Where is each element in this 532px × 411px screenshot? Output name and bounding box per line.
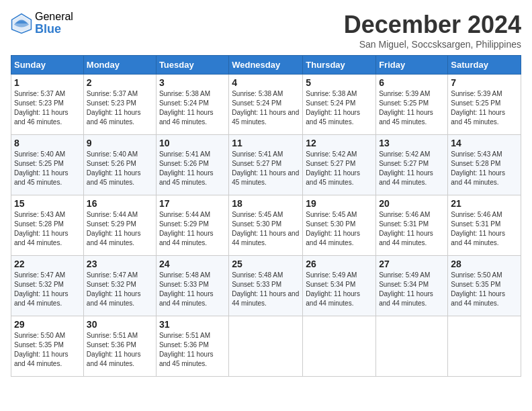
day-detail: Sunrise: 5:42 AMSunset: 5:27 PMDaylight:… [306,150,360,186]
calendar-cell: 19 Sunrise: 5:45 AMSunset: 5:30 PMDaylig… [303,195,376,256]
calendar-cell: 18 Sunrise: 5:45 AMSunset: 5:30 PMDaylig… [229,195,303,256]
calendar-cell: 14 Sunrise: 5:43 AMSunset: 5:28 PMDaylig… [448,135,521,195]
header-row: Sunday Monday Tuesday Wednesday Thursday… [11,56,521,75]
header-sunday: Sunday [11,56,84,75]
day-number: 20 [379,198,445,209]
day-detail: Sunrise: 5:41 AMSunset: 5:27 PMDaylight:… [232,150,299,186]
header-thursday: Thursday [303,56,376,75]
calendar-cell: 20 Sunrise: 5:46 AMSunset: 5:31 PMDaylig… [376,195,448,256]
month-title: December 2024 [344,11,521,39]
header-saturday: Saturday [448,56,521,75]
day-detail: Sunrise: 5:48 AMSunset: 5:33 PMDaylight:… [159,271,214,307]
day-detail: Sunrise: 5:39 AMSunset: 5:25 PMDaylight:… [451,90,505,126]
day-number: 1 [14,77,81,88]
day-number: 9 [87,138,153,148]
day-detail: Sunrise: 5:39 AMSunset: 5:25 PMDaylight:… [379,90,433,126]
day-detail: Sunrise: 5:37 AMSunset: 5:23 PMDaylight:… [14,90,69,126]
day-detail: Sunrise: 5:48 AMSunset: 5:33 PMDaylight:… [232,271,299,307]
day-number: 19 [306,198,373,209]
header-wednesday: Wednesday [229,56,303,75]
day-detail: Sunrise: 5:43 AMSunset: 5:28 PMDaylight:… [14,211,69,246]
calendar-week-row: 22 Sunrise: 5:47 AMSunset: 5:32 PMDaylig… [11,256,521,316]
calendar-cell: 21 Sunrise: 5:46 AMSunset: 5:31 PMDaylig… [448,195,521,256]
day-number: 16 [87,198,153,209]
calendar-cell: 9 Sunrise: 5:40 AMSunset: 5:26 PMDayligh… [83,135,156,195]
calendar-week-row: 15 Sunrise: 5:43 AMSunset: 5:28 PMDaylig… [11,195,521,256]
day-number: 27 [379,259,445,269]
calendar-cell: 8 Sunrise: 5:40 AMSunset: 5:25 PMDayligh… [11,135,84,195]
calendar-cell: 22 Sunrise: 5:47 AMSunset: 5:32 PMDaylig… [11,256,84,316]
logo-icon [11,13,32,34]
day-detail: Sunrise: 5:44 AMSunset: 5:29 PMDaylight:… [159,211,214,246]
day-number: 25 [232,259,300,269]
day-detail: Sunrise: 5:38 AMSunset: 5:24 PMDaylight:… [232,90,299,126]
page-header: General Blue December 2024 San Miguel, S… [11,11,521,50]
calendar-table: Sunday Monday Tuesday Wednesday Thursday… [11,55,521,377]
day-detail: Sunrise: 5:40 AMSunset: 5:25 PMDaylight:… [14,150,69,186]
day-number: 17 [159,198,226,209]
calendar-week-row: 8 Sunrise: 5:40 AMSunset: 5:25 PMDayligh… [11,135,521,195]
day-detail: Sunrise: 5:45 AMSunset: 5:30 PMDaylight:… [232,211,299,246]
day-detail: Sunrise: 5:50 AMSunset: 5:35 PMDaylight:… [14,332,69,367]
calendar-cell: 29 Sunrise: 5:50 AMSunset: 5:35 PMDaylig… [11,316,84,377]
calendar-cell: 1 Sunrise: 5:37 AMSunset: 5:23 PMDayligh… [11,75,84,135]
calendar-cell: 16 Sunrise: 5:44 AMSunset: 5:29 PMDaylig… [83,195,156,256]
day-detail: Sunrise: 5:46 AMSunset: 5:31 PMDaylight:… [451,211,505,246]
calendar-cell: 4 Sunrise: 5:38 AMSunset: 5:24 PMDayligh… [229,75,303,135]
day-number: 26 [306,259,373,269]
header-friday: Friday [376,56,448,75]
day-number: 24 [159,259,226,269]
day-number: 12 [306,138,373,148]
day-detail: Sunrise: 5:38 AMSunset: 5:24 PMDaylight:… [306,90,360,126]
day-number: 23 [87,259,153,269]
day-number: 13 [379,138,445,148]
day-detail: Sunrise: 5:49 AMSunset: 5:34 PMDaylight:… [306,271,360,307]
day-detail: Sunrise: 5:41 AMSunset: 5:26 PMDaylight:… [159,150,214,186]
day-number: 11 [232,138,300,148]
day-detail: Sunrise: 5:38 AMSunset: 5:24 PMDaylight:… [159,90,214,126]
calendar-week-row: 1 Sunrise: 5:37 AMSunset: 5:23 PMDayligh… [11,75,521,135]
calendar-cell: 15 Sunrise: 5:43 AMSunset: 5:28 PMDaylig… [11,195,84,256]
calendar-cell: 10 Sunrise: 5:41 AMSunset: 5:26 PMDaylig… [156,135,228,195]
day-detail: Sunrise: 5:40 AMSunset: 5:26 PMDaylight:… [87,150,141,186]
day-number: 3 [159,77,226,88]
calendar-cell [376,316,448,377]
day-number: 5 [306,77,373,88]
day-number: 22 [14,259,81,269]
calendar-cell: 2 Sunrise: 5:37 AMSunset: 5:23 PMDayligh… [83,75,156,135]
calendar-cell: 26 Sunrise: 5:49 AMSunset: 5:34 PMDaylig… [303,256,376,316]
calendar-header: Sunday Monday Tuesday Wednesday Thursday… [11,56,521,75]
day-number: 29 [14,319,81,330]
day-number: 21 [451,198,518,209]
logo-text: General Blue [35,11,73,36]
day-number: 28 [451,259,518,269]
day-detail: Sunrise: 5:47 AMSunset: 5:32 PMDaylight:… [87,271,141,307]
day-detail: Sunrise: 5:45 AMSunset: 5:30 PMDaylight:… [306,211,360,246]
location: San Miguel, Soccsksargen, Philippines [344,39,521,50]
calendar-cell: 30 Sunrise: 5:51 AMSunset: 5:36 PMDaylig… [83,316,156,377]
calendar-cell: 27 Sunrise: 5:49 AMSunset: 5:34 PMDaylig… [376,256,448,316]
calendar-cell [303,316,376,377]
day-detail: Sunrise: 5:43 AMSunset: 5:28 PMDaylight:… [451,150,505,186]
calendar-cell [229,316,303,377]
day-number: 7 [451,77,518,88]
day-detail: Sunrise: 5:49 AMSunset: 5:34 PMDaylight:… [379,271,433,307]
calendar-cell [448,316,521,377]
day-number: 15 [14,198,81,209]
logo: General Blue [11,11,73,36]
calendar-cell: 24 Sunrise: 5:48 AMSunset: 5:33 PMDaylig… [156,256,228,316]
calendar-cell: 6 Sunrise: 5:39 AMSunset: 5:25 PMDayligh… [376,75,448,135]
day-detail: Sunrise: 5:47 AMSunset: 5:32 PMDaylight:… [14,271,69,307]
calendar-cell: 25 Sunrise: 5:48 AMSunset: 5:33 PMDaylig… [229,256,303,316]
day-number: 10 [159,138,226,148]
calendar-cell: 28 Sunrise: 5:50 AMSunset: 5:35 PMDaylig… [448,256,521,316]
logo-blue: Blue [35,23,73,36]
day-number: 30 [87,319,153,330]
logo-general: General [35,11,73,23]
calendar-body: 1 Sunrise: 5:37 AMSunset: 5:23 PMDayligh… [11,75,521,377]
calendar-cell: 11 Sunrise: 5:41 AMSunset: 5:27 PMDaylig… [229,135,303,195]
calendar-cell: 3 Sunrise: 5:38 AMSunset: 5:24 PMDayligh… [156,75,228,135]
day-number: 8 [14,138,81,148]
day-detail: Sunrise: 5:37 AMSunset: 5:23 PMDaylight:… [87,90,141,126]
day-detail: Sunrise: 5:44 AMSunset: 5:29 PMDaylight:… [87,211,141,246]
